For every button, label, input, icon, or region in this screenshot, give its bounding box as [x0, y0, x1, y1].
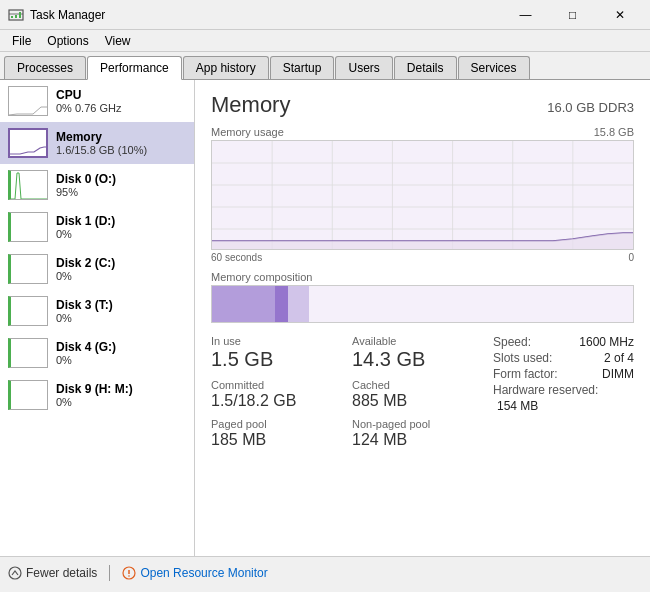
usage-chart-section: Memory usage 15.8 GB: [211, 126, 634, 263]
disk2-thumbnail: [8, 254, 48, 284]
disk3-info: Disk 3 (T:) 0%: [56, 298, 113, 324]
chevron-up-icon: [8, 566, 22, 580]
disk2-value: 0%: [56, 270, 115, 282]
sidebar-item-disk1[interactable]: Disk 1 (D:) 0%: [0, 206, 194, 248]
svg-rect-8: [11, 213, 48, 242]
paged-label: Paged pool: [211, 418, 352, 430]
cpu-value: 0% 0.76 GHz: [56, 102, 121, 114]
form-label: Form factor:: [493, 367, 558, 381]
inuse-value: 1.5 GB: [211, 347, 352, 371]
menu-options[interactable]: Options: [39, 32, 96, 50]
speed-value: 1600 MHz: [579, 335, 634, 349]
time-start: 60 seconds: [211, 252, 262, 263]
nonpaged-value: 124 MB: [352, 430, 493, 449]
usage-max: 15.8 GB: [594, 126, 634, 138]
composition-chart: [211, 285, 634, 323]
disk0-info: Disk 0 (O:) 95%: [56, 172, 116, 198]
sidebar-item-memory[interactable]: Memory 1.6/15.8 GB (10%): [0, 122, 194, 164]
sidebar-item-disk0[interactable]: Disk 0 (O:) 95%: [0, 164, 194, 206]
usage-label: Memory usage: [211, 126, 284, 138]
inuse-label: In use: [211, 335, 352, 347]
stat-nonpaged: Non-paged pool 124 MB: [352, 418, 493, 449]
disk9-thumbnail: [8, 380, 48, 410]
svg-point-27: [129, 575, 131, 577]
cpu-thumbnail: [8, 86, 48, 116]
svg-rect-11: [11, 339, 48, 368]
left-panel: CPU 0% 0.76 GHz Memory 1.6/15.8 GB (10%): [0, 80, 195, 556]
tab-startup[interactable]: Startup: [270, 56, 335, 79]
cpu-name: CPU: [56, 88, 121, 102]
minimize-button[interactable]: —: [503, 5, 548, 25]
tab-services[interactable]: Services: [458, 56, 530, 79]
bottom-bar: Fewer details Open Resource Monitor: [0, 556, 650, 588]
sidebar-item-disk9[interactable]: Disk 9 (H: M:) 0%: [0, 374, 194, 416]
form-row: Form factor: DIMM: [493, 367, 634, 381]
tab-processes[interactable]: Processes: [4, 56, 86, 79]
disk0-thumbnail: [8, 170, 48, 200]
tab-performance[interactable]: Performance: [87, 56, 182, 80]
sidebar-item-cpu[interactable]: CPU 0% 0.76 GHz: [0, 80, 194, 122]
stats-col3: Speed: 1600 MHz Slots used: 2 of 4 Form …: [493, 335, 634, 449]
stat-committed: Committed 1.5/18.2 GB: [211, 379, 352, 410]
stat-available: Available 14.3 GB: [352, 335, 493, 371]
disk3-name: Disk 3 (T:): [56, 298, 113, 312]
main-content: CPU 0% 0.76 GHz Memory 1.6/15.8 GB (10%): [0, 80, 650, 556]
comp-standby: [288, 286, 309, 322]
disk2-info: Disk 2 (C:) 0%: [56, 256, 115, 282]
disk4-value: 0%: [56, 354, 116, 366]
disk9-name: Disk 9 (H: M:): [56, 382, 133, 396]
disk9-info: Disk 9 (H: M:) 0%: [56, 382, 133, 408]
sidebar-item-disk2[interactable]: Disk 2 (C:) 0%: [0, 248, 194, 290]
form-value: DIMM: [602, 367, 634, 381]
disk3-value: 0%: [56, 312, 113, 324]
disk1-name: Disk 1 (D:): [56, 214, 115, 228]
tab-bar: Processes Performance App history Startu…: [0, 52, 650, 80]
resource-monitor-icon: [122, 566, 136, 580]
tab-apphistory[interactable]: App history: [183, 56, 269, 79]
stats-grid: In use 1.5 GB Committed 1.5/18.2 GB Page…: [211, 335, 634, 449]
memory-header: Memory 16.0 GB DDR3: [211, 92, 634, 118]
available-label: Available: [352, 335, 493, 347]
disk4-info: Disk 4 (G:) 0%: [56, 340, 116, 366]
taskmanager-icon: [8, 7, 24, 23]
open-resource-monitor-button[interactable]: Open Resource Monitor: [122, 566, 267, 580]
close-button[interactable]: ✕: [597, 5, 642, 25]
committed-value: 1.5/18.2 GB: [211, 391, 352, 410]
bottom-divider: [109, 565, 110, 581]
title-bar: Task Manager — □ ✕: [0, 0, 650, 30]
svg-rect-3: [15, 15, 17, 18]
memory-name: Memory: [56, 130, 147, 144]
stat-inuse: In use 1.5 GB: [211, 335, 352, 371]
available-value: 14.3 GB: [352, 347, 493, 371]
menu-file[interactable]: File: [4, 32, 39, 50]
disk1-info: Disk 1 (D:) 0%: [56, 214, 115, 240]
usage-chart: [211, 140, 634, 250]
stats-col1: In use 1.5 GB Committed 1.5/18.2 GB Page…: [211, 335, 352, 449]
sidebar-item-disk4[interactable]: Disk 4 (G:) 0%: [0, 332, 194, 374]
composition-section: Memory composition: [211, 271, 634, 323]
svg-rect-4: [19, 12, 21, 18]
disk1-thumbnail: [8, 212, 48, 242]
svg-point-24: [9, 567, 21, 579]
fewer-details-button[interactable]: Fewer details: [8, 566, 97, 580]
stat-paged: Paged pool 185 MB: [211, 418, 352, 449]
sidebar-item-disk3[interactable]: Disk 3 (T:) 0%: [0, 290, 194, 332]
speed-row: Speed: 1600 MHz: [493, 335, 634, 349]
memory-value: 1.6/15.8 GB (10%): [56, 144, 147, 156]
disk0-value: 95%: [56, 186, 116, 198]
memory-info: Memory 1.6/15.8 GB (10%): [56, 130, 147, 156]
svg-marker-23: [212, 233, 633, 250]
menu-view[interactable]: View: [97, 32, 139, 50]
memory-thumbnail: [8, 128, 48, 158]
tab-users[interactable]: Users: [335, 56, 392, 79]
slots-row: Slots used: 2 of 4: [493, 351, 634, 365]
tab-details[interactable]: Details: [394, 56, 457, 79]
disk9-value: 0%: [56, 396, 133, 408]
disk0-name: Disk 0 (O:): [56, 172, 116, 186]
cached-value: 885 MB: [352, 391, 493, 410]
disk4-thumbnail: [8, 338, 48, 368]
maximize-button[interactable]: □: [550, 5, 595, 25]
right-panel: Memory 16.0 GB DDR3 Memory usage 15.8 GB: [195, 80, 650, 556]
disk2-name: Disk 2 (C:): [56, 256, 115, 270]
committed-label: Committed: [211, 379, 352, 391]
